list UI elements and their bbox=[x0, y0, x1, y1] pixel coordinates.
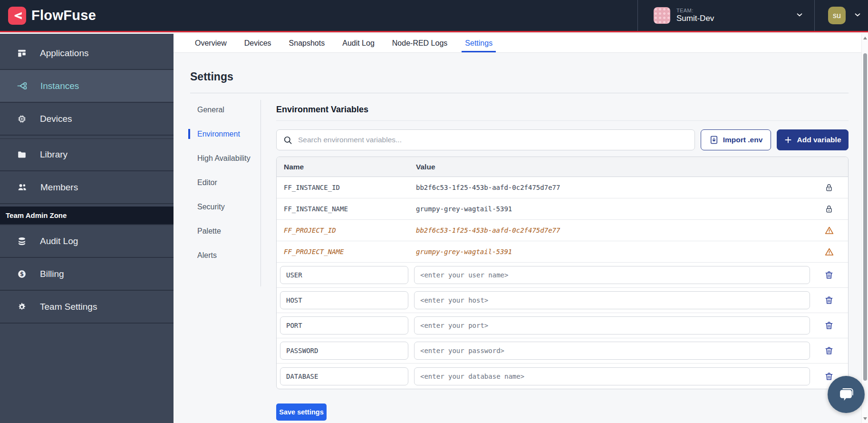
table-row bbox=[277, 288, 848, 313]
env-var-name-input[interactable] bbox=[280, 342, 408, 360]
env-var-name: FF_INSTANCE_ID bbox=[277, 184, 411, 191]
sidebar-item-team-settings[interactable]: Team Settings bbox=[0, 291, 174, 324]
gear-icon bbox=[17, 302, 27, 312]
lock-icon bbox=[810, 183, 848, 192]
table-row bbox=[277, 364, 848, 389]
subnav-item-general[interactable]: General bbox=[188, 105, 260, 115]
subnav-item-editor[interactable]: Editor bbox=[188, 177, 260, 187]
sidebar-item-label: Applications bbox=[40, 48, 88, 59]
env-var-name-input[interactable] bbox=[280, 367, 408, 385]
table-row: FF_PROJECT_ID bb2f6c53-1f25-453b-aafd-0c… bbox=[277, 220, 848, 241]
applications-icon bbox=[17, 48, 27, 59]
page-scrollbar[interactable] bbox=[861, 34, 868, 423]
app-header: FlowFuse TEAM: Sumit-Dev su bbox=[0, 0, 868, 32]
tab-node-red-logs[interactable]: Node-RED Logs bbox=[392, 34, 448, 52]
divider bbox=[276, 120, 849, 121]
sidebar-item-devices[interactable]: Devices bbox=[0, 103, 174, 136]
search-input[interactable] bbox=[298, 136, 688, 144]
trash-icon bbox=[824, 295, 834, 305]
env-var-value-input[interactable] bbox=[414, 291, 810, 309]
subnav-item-high-availability[interactable]: High Availability bbox=[188, 153, 260, 163]
sidebar-item-label: Instances bbox=[40, 81, 79, 91]
sidebar-item-label: Billing bbox=[40, 269, 64, 279]
warning-icon bbox=[810, 247, 848, 257]
env-var-value: bb2f6c53-1f25-453b-aafd-0c2f475d7e77 bbox=[411, 226, 810, 234]
env-var-value-input[interactable] bbox=[414, 367, 810, 385]
env-var-name-input[interactable] bbox=[280, 291, 408, 309]
main-area: Overview Devices Snapshots Audit Log Nod… bbox=[174, 34, 868, 423]
subnav-item-environment[interactable]: Environment bbox=[188, 129, 260, 139]
env-var-value: grumpy-grey-wagtail-5391 bbox=[411, 205, 810, 213]
sidebar-item-members[interactable]: Members bbox=[0, 171, 174, 204]
sidebar-item-label: Team Settings bbox=[40, 302, 97, 312]
team-admin-zone-label: Team Admin Zone bbox=[0, 207, 174, 225]
sidebar-item-label: Devices bbox=[40, 114, 72, 124]
column-header-name: Name bbox=[277, 163, 411, 171]
delete-variable-button[interactable] bbox=[810, 321, 848, 330]
divider bbox=[260, 100, 261, 286]
table-row bbox=[277, 313, 848, 338]
table-row bbox=[277, 263, 848, 288]
tab-overview[interactable]: Overview bbox=[195, 34, 227, 52]
chat-bubble-icon bbox=[836, 384, 856, 404]
sidebar-item-applications[interactable]: Applications bbox=[0, 37, 174, 70]
tab-settings[interactable]: Settings bbox=[465, 34, 492, 52]
svg-text:$: $ bbox=[20, 270, 24, 277]
trash-icon bbox=[824, 372, 834, 381]
scroll-down-arrow[interactable] bbox=[863, 417, 867, 420]
sidebar-item-library[interactable]: Library bbox=[0, 138, 174, 171]
env-var-value: grumpy-grey-wagtail-5391 bbox=[411, 248, 810, 256]
team-selector[interactable]: TEAM: Sumit-Dev bbox=[637, 0, 814, 31]
subnav-item-security[interactable]: Security bbox=[188, 202, 260, 212]
sidebar-item-audit-log[interactable]: Audit Log bbox=[0, 225, 174, 258]
team-avatar bbox=[654, 7, 670, 24]
env-var-name: FF_INSTANCE_NAME bbox=[277, 205, 411, 213]
section-heading: Environment Variables bbox=[276, 105, 849, 115]
team-label: TEAM: bbox=[676, 8, 714, 13]
sidebar-item-billing[interactable]: $ Billing bbox=[0, 258, 174, 291]
sidebar-item-instances[interactable]: Instances bbox=[0, 70, 174, 103]
column-header-value: Value bbox=[411, 163, 810, 171]
delete-variable-button[interactable] bbox=[810, 295, 848, 305]
chevron-down-icon bbox=[853, 10, 862, 21]
dollar-circle-icon: $ bbox=[17, 269, 27, 279]
folder-icon bbox=[17, 149, 27, 160]
flowfuse-logo-icon bbox=[8, 7, 26, 25]
import-env-button[interactable]: Import .env bbox=[701, 129, 771, 150]
subnav-item-palette[interactable]: Palette bbox=[188, 226, 260, 236]
subnav-item-alerts[interactable]: Alerts bbox=[188, 250, 260, 260]
env-var-name-input[interactable] bbox=[280, 316, 408, 334]
table-header: Name Value bbox=[277, 157, 848, 177]
trash-icon bbox=[824, 270, 834, 280]
trash-icon bbox=[824, 321, 834, 330]
instance-tabbar: Overview Devices Snapshots Audit Log Nod… bbox=[174, 34, 868, 53]
sidebar-item-label: Members bbox=[40, 182, 78, 193]
trash-icon bbox=[824, 346, 834, 355]
save-settings-button[interactable]: Save settings bbox=[276, 403, 327, 421]
delete-variable-button[interactable] bbox=[810, 270, 848, 280]
tab-devices[interactable]: Devices bbox=[244, 34, 271, 52]
table-row: FF_INSTANCE_ID bb2f6c53-1f25-453b-aafd-0… bbox=[277, 177, 848, 198]
instances-icon bbox=[17, 80, 28, 91]
brand[interactable]: FlowFuse bbox=[0, 7, 96, 25]
scroll-up-arrow[interactable] bbox=[863, 37, 867, 39]
env-var-value-input[interactable] bbox=[414, 266, 810, 284]
tab-snapshots[interactable]: Snapshots bbox=[289, 34, 325, 52]
env-variables-table: Name Value FF_INSTANCE_ID bb2f6c53-1f25-… bbox=[276, 157, 849, 389]
sidebar-item-label: Library bbox=[40, 149, 68, 160]
env-var-value-input[interactable] bbox=[414, 316, 810, 334]
add-variable-button[interactable]: Add variable bbox=[777, 129, 849, 150]
settings-subnav: General Environment High Availability Ed… bbox=[190, 93, 260, 421]
brand-name: FlowFuse bbox=[31, 8, 96, 23]
users-icon bbox=[17, 182, 28, 193]
chat-widget-button[interactable] bbox=[828, 376, 865, 413]
env-var-name: FF_PROJECT_NAME bbox=[277, 248, 411, 256]
chevron-down-icon bbox=[795, 10, 804, 21]
env-var-value-input[interactable] bbox=[414, 342, 810, 360]
tab-audit-log[interactable]: Audit Log bbox=[342, 34, 375, 52]
user-menu[interactable]: su bbox=[814, 0, 868, 31]
scrollbar-thumb[interactable] bbox=[863, 53, 867, 381]
delete-variable-button[interactable] bbox=[810, 346, 848, 355]
env-var-name-input[interactable] bbox=[280, 266, 408, 284]
sidebar: Applications Instances Devices Library bbox=[0, 34, 174, 423]
